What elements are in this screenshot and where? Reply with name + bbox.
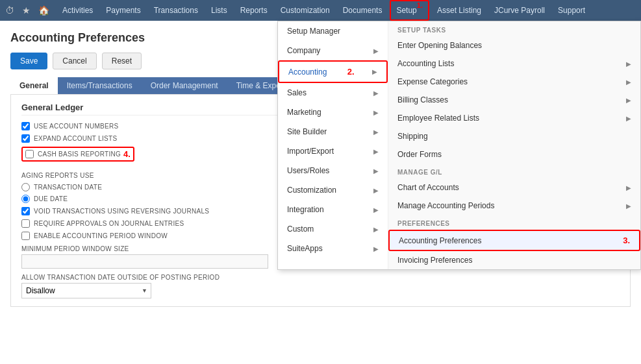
disallow-select[interactable]: Disallow Allow Warn bbox=[21, 283, 151, 298]
chevron-right-icon-accounting: ▶ bbox=[372, 68, 377, 75]
dropdown-integration[interactable]: Integration ▶ bbox=[278, 200, 388, 219]
nav-customization[interactable]: Customization bbox=[275, 0, 335, 21]
checkbox-enable-accounting-period-label: ENABLE ACCOUNTING PERIOD WINDOW bbox=[34, 232, 168, 239]
radio-due-date-input[interactable] bbox=[21, 195, 30, 203]
nav-asset-listing[interactable]: Asset Listing bbox=[432, 0, 486, 21]
dropdown-section-manage-gl: MANAGE G/L bbox=[388, 164, 640, 178]
tab-order-management[interactable]: Order Management bbox=[142, 77, 227, 94]
chevron-right-icon-custom: ▶ bbox=[373, 226, 379, 233]
save-button[interactable]: Save bbox=[10, 53, 47, 69]
dropdown-sales[interactable]: Sales ▶ bbox=[278, 83, 388, 103]
top-navigation: ⏱ ★ 🏠 Activities Payments Transactions L… bbox=[0, 0, 641, 21]
cancel-button[interactable]: Cancel bbox=[53, 53, 96, 69]
nav-documents[interactable]: Documents bbox=[338, 0, 388, 21]
dropdown-setup-manager[interactable]: Setup Manager bbox=[278, 21, 388, 41]
annotation-3: 3. bbox=[623, 236, 630, 245]
chevron-right-icon-site-builder: ▶ bbox=[373, 128, 379, 136]
checkbox-cash-basis-row-highlighted: CASH BASIS REPORTING 4. bbox=[21, 147, 134, 162]
chevron-right-icon-billing-classes: ▶ bbox=[626, 97, 631, 104]
checkbox-use-account-numbers-label: USE ACCOUNT NUMBERS bbox=[34, 123, 119, 130]
dropdown-right-panel: SETUP TASKS Enter Opening Balances Accou… bbox=[388, 21, 640, 269]
radio-due-date-label: DUE DATE bbox=[34, 195, 68, 202]
nav-jcurve-payroll[interactable]: JCurve Payroll bbox=[489, 0, 550, 21]
allow-transaction-group: ALLOW TRANSACTION DATE OUTSIDE OF POSTIN… bbox=[21, 274, 620, 298]
tab-items-transactions[interactable]: Items/Transactions bbox=[58, 77, 142, 94]
dropdown-shipping[interactable]: Shipping bbox=[388, 127, 640, 145]
radio-transaction-date-label: TRANSACTION DATE bbox=[34, 184, 102, 191]
nav-utility-icons: ⏱ ★ 🏠 bbox=[5, 5, 49, 16]
dropdown-manage-accounting-periods[interactable]: Manage Accounting Periods ▶ bbox=[388, 197, 640, 215]
nav-payments[interactable]: Payments bbox=[101, 0, 145, 21]
setup-dropdown-menu: Setup Manager Company ▶ Accounting 2. ▶ … bbox=[277, 21, 641, 270]
nav-reports[interactable]: Reports bbox=[235, 0, 273, 21]
checkbox-void-transactions-label: VOID TRANSACTIONS USING REVERSING JOURNA… bbox=[34, 208, 209, 215]
chevron-right-icon-integration: ▶ bbox=[373, 206, 379, 213]
chevron-right-icon-chart-accounts: ▶ bbox=[626, 184, 631, 191]
dropdown-billing-classes[interactable]: Billing Classes ▶ bbox=[388, 91, 640, 109]
dropdown-accounting-preferences[interactable]: Accounting Preferences 3. bbox=[388, 230, 640, 251]
nav-support[interactable]: Support bbox=[553, 0, 590, 21]
radio-transaction-date-input[interactable] bbox=[21, 183, 30, 191]
dropdown-customization[interactable]: Customization ▶ bbox=[278, 180, 388, 200]
nav-setup[interactable]: Setup 1. bbox=[390, 0, 429, 21]
checkbox-void-transactions-input[interactable] bbox=[21, 207, 30, 215]
dropdown-users-roles[interactable]: Users/Roles ▶ bbox=[278, 161, 388, 180]
chevron-right-icon-import-export: ▶ bbox=[373, 148, 379, 155]
dropdown-section-setup-tasks: SETUP TASKS bbox=[388, 21, 640, 36]
annotation-1: 1. bbox=[417, 1, 423, 9]
dropdown-order-forms[interactable]: Order Forms bbox=[388, 145, 640, 164]
checkbox-cash-basis-reporting-label: CASH BASIS REPORTING bbox=[38, 151, 121, 158]
tab-general[interactable]: General bbox=[10, 77, 58, 94]
recent-icon[interactable]: ⏱ bbox=[5, 5, 14, 16]
chevron-right-icon-suiteapps: ▶ bbox=[373, 245, 379, 252]
dropdown-custom[interactable]: Custom ▶ bbox=[278, 219, 388, 239]
nav-menu-items: Activities Payments Transactions Lists R… bbox=[57, 0, 590, 21]
dropdown-enter-opening-balances[interactable]: Enter Opening Balances bbox=[388, 36, 640, 55]
allow-transaction-label: ALLOW TRANSACTION DATE OUTSIDE OF POSTIN… bbox=[21, 274, 620, 281]
favorites-icon[interactable]: ★ bbox=[22, 5, 31, 16]
dropdown-left-panel: Setup Manager Company ▶ Accounting 2. ▶ … bbox=[278, 21, 388, 269]
checkbox-enable-accounting-period-input[interactable] bbox=[21, 232, 30, 240]
dropdown-invoicing-preferences[interactable]: Invoicing Preferences bbox=[388, 251, 640, 269]
chevron-right-icon: ▶ bbox=[373, 47, 379, 55]
chevron-right-icon-manage-accounting: ▶ bbox=[626, 202, 631, 210]
dropdown-accounting[interactable]: Accounting 2. ▶ bbox=[278, 60, 388, 83]
chevron-right-icon-sales: ▶ bbox=[373, 90, 379, 97]
dropdown-chart-of-accounts[interactable]: Chart of Accounts ▶ bbox=[388, 178, 640, 197]
checkbox-use-account-numbers-input[interactable] bbox=[21, 122, 30, 130]
dropdown-company[interactable]: Company ▶ bbox=[278, 41, 388, 60]
dropdown-suiteapps[interactable]: SuiteApps ▶ bbox=[278, 239, 388, 258]
dropdown-import-export[interactable]: Import/Export ▶ bbox=[278, 141, 388, 161]
min-period-input[interactable] bbox=[21, 254, 268, 269]
checkbox-expand-account-lists-label: EXPAND ACCOUNT LISTS bbox=[34, 135, 117, 142]
disallow-select-wrapper: Disallow Allow Warn bbox=[21, 283, 151, 298]
dropdown-accounting-lists[interactable]: Accounting Lists ▶ bbox=[388, 55, 640, 73]
checkbox-cash-basis-reporting-input[interactable] bbox=[25, 150, 34, 158]
chevron-right-icon-expense-categories: ▶ bbox=[626, 79, 631, 86]
annotation-4: 4. bbox=[123, 149, 131, 159]
chevron-right-icon-users-roles: ▶ bbox=[373, 167, 379, 175]
checkbox-require-approvals-label: REQUIRE APPROVALS ON JOURNAL ENTRIES bbox=[34, 220, 184, 227]
dropdown-section-preferences: PREFERENCES bbox=[388, 215, 640, 230]
chevron-right-icon-marketing: ▶ bbox=[373, 109, 379, 116]
checkbox-expand-account-lists-input[interactable] bbox=[21, 134, 30, 143]
nav-activities[interactable]: Activities bbox=[57, 0, 98, 21]
home-icon[interactable]: 🏠 bbox=[38, 5, 49, 16]
chevron-right-icon-customization: ▶ bbox=[373, 187, 379, 194]
dropdown-marketing[interactable]: Marketing ▶ bbox=[278, 103, 388, 122]
annotation-2: 2. bbox=[347, 67, 355, 77]
nav-transactions[interactable]: Transactions bbox=[149, 0, 203, 21]
reset-button[interactable]: Reset bbox=[102, 53, 142, 69]
checkbox-require-approvals-input[interactable] bbox=[21, 219, 30, 228]
chevron-right-icon-employee-related-lists: ▶ bbox=[626, 115, 631, 122]
dropdown-site-builder[interactable]: Site Builder ▶ bbox=[278, 122, 388, 141]
chevron-right-icon-accounting-lists: ▶ bbox=[626, 60, 631, 67]
nav-lists[interactable]: Lists bbox=[206, 0, 233, 21]
dropdown-expense-categories[interactable]: Expense Categories ▶ bbox=[388, 73, 640, 91]
page-content: Accounting Preferences Save Cancel Reset… bbox=[0, 21, 641, 364]
dropdown-employee-related-lists[interactable]: Employee Related Lists ▶ bbox=[388, 109, 640, 127]
